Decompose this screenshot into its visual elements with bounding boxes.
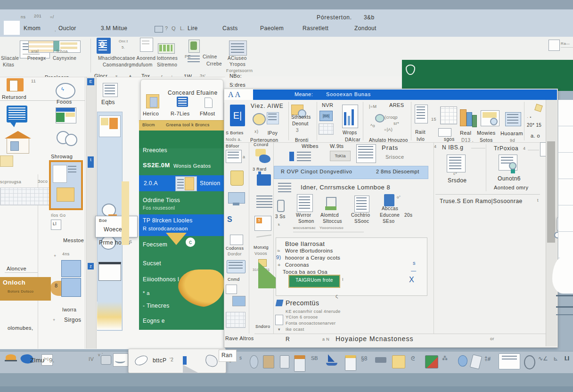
tab-design[interactable]: 3.M Mitue xyxy=(101,25,127,32)
tb-chart-icon[interactable] xyxy=(425,355,438,368)
panel-tab-wtlbes[interactable]: Wtlbes xyxy=(302,143,319,150)
section2-item-3[interactable]: Fonta onooactosenarver xyxy=(286,321,336,326)
ribbon-group7-label[interactable]: ACiuseo xyxy=(228,56,247,62)
woece-label[interactable]: Woece xyxy=(104,226,122,233)
list-minus[interactable]: — xyxy=(411,268,416,274)
c2a-label: Alomtcd xyxy=(320,212,339,219)
section2-item-1[interactable]: KE ecoanrhir coal 4nerude xyxy=(286,309,341,314)
menu-item-eogns[interactable]: Eogns e xyxy=(139,318,228,325)
panel-tab-tokia[interactable]: ToKIa xyxy=(330,151,351,161)
tab-review[interactable]: Rasretlett xyxy=(303,25,328,32)
menu-item-tp-sub: R storodcancoaon xyxy=(143,226,188,232)
popup-ruler-icon[interactable] xyxy=(183,365,199,373)
tb-scribble-icon[interactable]: ᘓ xyxy=(411,355,420,368)
rp-t-mark: t xyxy=(537,198,539,203)
mug-icon[interactable] xyxy=(230,171,244,186)
menu-item-odrdine[interactable]: Odrdine Tioss xyxy=(139,197,228,204)
file-tab-block[interactable] xyxy=(4,21,20,35)
real-icon-left[interactable] xyxy=(460,109,467,126)
menu-item-rreeotes[interactable]: Rreeotes xyxy=(139,147,228,154)
ribbon-group3-label[interactable]: Caynyxine xyxy=(53,56,76,62)
tb-lines-glyph[interactable]: l.l xyxy=(565,355,571,368)
flyout-item-2[interactable]: R-7Lies xyxy=(171,111,190,117)
tb-clock-icon[interactable] xyxy=(524,355,535,369)
tab-lines-card-inner xyxy=(358,146,373,160)
tab-home[interactable]: Kmom xyxy=(24,25,41,32)
close-x-icon[interactable]: X xyxy=(409,275,414,285)
tb-molecule-icon[interactable]: ⁂ xyxy=(442,355,453,368)
menu-thumb-lines xyxy=(177,179,184,188)
monitor-icon[interactable] xyxy=(228,192,245,204)
aloncve-underline xyxy=(5,272,38,273)
calendar-grid-icon[interactable] xyxy=(440,106,457,124)
tb-sailboat-icon[interactable] xyxy=(326,355,338,368)
popup-bttcp-label[interactable]: bttcP xyxy=(153,357,166,364)
paste-icon[interactable] xyxy=(140,38,153,52)
ribbon-group6-label[interactable]: Cinlne xyxy=(203,54,217,60)
factory-stack xyxy=(258,172,261,175)
menu-item-eiiio[interactable]: Eiiioothonos l xyxy=(139,276,228,283)
tab-slideshow[interactable]: Paeolem xyxy=(260,25,284,32)
person-icon[interactable] xyxy=(253,113,266,125)
refresh-icon[interactable]: c xyxy=(186,237,195,247)
footer-or-mark: or xyxy=(490,336,494,342)
confirm-button[interactable]: TAIGRUom frote xyxy=(288,275,340,288)
tb-oval-icon[interactable] xyxy=(250,355,258,368)
tab-insert[interactable]: Ouclor xyxy=(58,25,76,32)
tb-balloon-icon[interactable] xyxy=(458,355,467,367)
ribbon-group5-label[interactable]: lottonnes xyxy=(157,56,178,62)
flyout-page-icon[interactable] xyxy=(205,98,213,108)
menu-item-sucset[interactable]: Sucset xyxy=(139,260,228,267)
menu-item-tp: TP 8lrcken Llooles xyxy=(143,217,193,224)
plus-mark: + xyxy=(54,253,57,259)
tb-gray-rect[interactable] xyxy=(375,357,386,363)
scroll-gutter[interactable] xyxy=(86,77,97,349)
tb-hash-icon[interactable]: ‡⧣ xyxy=(484,355,495,368)
window-icon[interactable] xyxy=(155,26,163,33)
tb-dot-icon[interactable]: s xyxy=(239,355,246,368)
list-item-2[interactable]: hoooror a Ceray ocots xyxy=(285,255,340,261)
scrollbar-thumb[interactable] xyxy=(547,141,555,243)
menu-item-tinecres[interactable]: - Tinecres xyxy=(139,302,228,310)
list-item-1[interactable]: Wore tBortudoroins xyxy=(285,248,333,254)
section2-item-2[interactable]: YCIon 6 oroooe xyxy=(286,315,318,320)
section2-item-4[interactable]: Ike ocast xyxy=(286,327,304,332)
list-caret[interactable]: s xyxy=(413,260,416,267)
help-icon[interactable]: ? xyxy=(165,25,168,32)
tab-transitions[interactable]: Lire xyxy=(188,25,198,32)
tab-animations[interactable]: Casts xyxy=(222,25,238,32)
search-icon[interactable]: Q xyxy=(172,25,176,32)
pen-sketch-icon[interactable] xyxy=(101,355,111,365)
sheet-cells[interactable] xyxy=(558,100,573,262)
tb-clamp-icon[interactable] xyxy=(280,355,289,368)
tb-white-card-icon[interactable] xyxy=(499,353,520,369)
flyout-item-1[interactable]: Herico xyxy=(143,111,159,117)
big-e-button[interactable]: E| xyxy=(230,105,245,126)
tb-squiggle-icon[interactable]: §8 xyxy=(361,355,370,368)
b88-icon[interactable]: |88| xyxy=(319,111,333,121)
taskbar-flag-icon[interactable] xyxy=(6,354,16,360)
share-icon[interactable] xyxy=(548,40,560,51)
tb-yellow-folder-icon[interactable] xyxy=(392,355,405,368)
sketch-circle-icon[interactable] xyxy=(56,83,75,99)
list-item-3[interactable]: Coroonas xyxy=(285,262,309,269)
menu-item-star[interactable]: * a xyxy=(139,290,228,297)
tb-slope-icon[interactable]: ⊾ xyxy=(553,355,562,368)
tb-tan-folder-icon[interactable] xyxy=(263,355,274,368)
flyout-item-3[interactable]: FMost xyxy=(200,111,215,117)
panel-tab-wsts[interactable]: W.9ts xyxy=(330,143,344,150)
tb-calendar-icon[interactable] xyxy=(294,355,305,372)
tab-view[interactable]: Zondout xyxy=(354,25,377,32)
boe-label[interactable]: Boe xyxy=(99,218,107,223)
rail-divider xyxy=(249,142,249,334)
panel-tab-prats[interactable]: Prats xyxy=(382,144,398,152)
tb-note-icon[interactable] xyxy=(345,355,356,371)
tb-sb-glyph[interactable]: SB xyxy=(311,355,319,368)
factory-icon[interactable] xyxy=(257,174,271,186)
ounotn-sub: Aontoed omry xyxy=(494,185,528,191)
blue-chip-icon[interactable]: E xyxy=(87,78,94,85)
blue-block-1 xyxy=(61,260,81,277)
ribbon-group2-label[interactable]: Preexgx xyxy=(27,56,46,62)
tb-wave-glyph[interactable]: ∿∠ xyxy=(538,355,548,368)
book-blue-icon[interactable] xyxy=(384,194,394,206)
